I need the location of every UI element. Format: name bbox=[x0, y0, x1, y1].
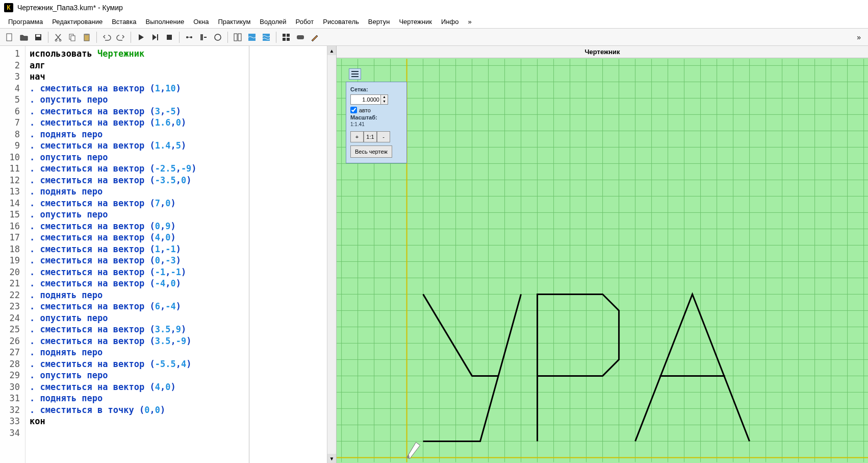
menu-выполнение[interactable]: Выполнение bbox=[141, 16, 188, 27]
grid-value-input[interactable] bbox=[350, 94, 381, 105]
svg-rect-20 bbox=[287, 34, 290, 37]
zoom-reset-button[interactable]: 1:1 bbox=[364, 131, 377, 142]
menu-программа[interactable]: Программа bbox=[4, 16, 47, 27]
menu-вертун[interactable]: Вертун bbox=[364, 16, 394, 27]
brush-icon[interactable] bbox=[308, 31, 321, 44]
menu-водолей[interactable]: Водолей bbox=[256, 16, 290, 27]
scroll-up-icon[interactable]: ▲ bbox=[327, 46, 336, 55]
run-icon[interactable] bbox=[134, 31, 147, 44]
svg-rect-10 bbox=[167, 35, 172, 40]
drawing-canvas[interactable]: Сетка: ▲▼ авто Масштаб: 1:1.41 + 1:1 - bbox=[337, 58, 868, 463]
svg-point-14 bbox=[215, 34, 221, 40]
menubar: ПрограммаРедактированиеВставкаВыполнение… bbox=[0, 15, 868, 29]
hamburger-icon[interactable] bbox=[349, 68, 361, 80]
separator bbox=[179, 32, 180, 43]
separator bbox=[96, 32, 97, 43]
auto-label: авто bbox=[359, 107, 371, 113]
scale-value: 1:1.41 bbox=[350, 121, 402, 127]
scroll-down-icon[interactable]: ▼ bbox=[327, 454, 336, 463]
canvas-controls: Сетка: ▲▼ авто Масштаб: 1:1.41 + 1:1 - bbox=[346, 82, 407, 163]
grid-icon[interactable] bbox=[279, 31, 293, 44]
svg-rect-21 bbox=[283, 38, 286, 41]
svg-rect-15 bbox=[234, 34, 237, 41]
menu-редактирование[interactable]: Редактирование bbox=[48, 16, 107, 27]
menu-инфо[interactable]: Инфо bbox=[437, 16, 463, 27]
stop-icon[interactable] bbox=[163, 31, 176, 44]
menu-чертежник[interactable]: Чертежник bbox=[395, 16, 436, 27]
scale-label: Масштаб: bbox=[350, 114, 402, 120]
spinner-arrows[interactable]: ▲▼ bbox=[381, 94, 388, 105]
water-icon-1[interactable] bbox=[245, 31, 259, 44]
cut-icon[interactable] bbox=[52, 31, 65, 44]
menu-практикум[interactable]: Практикум bbox=[214, 16, 254, 27]
margin-line bbox=[249, 46, 249, 463]
separator bbox=[227, 32, 228, 43]
new-file-icon[interactable] bbox=[3, 31, 16, 44]
water-icon-2[interactable] bbox=[260, 31, 273, 44]
svg-rect-2 bbox=[36, 35, 40, 37]
svg-rect-19 bbox=[283, 34, 286, 37]
code-editor[interactable]: 1234567891011121314151617181920212223242… bbox=[0, 46, 337, 463]
menu-окна[interactable]: Окна bbox=[189, 16, 213, 27]
line-gutter: 1234567891011121314151617181920212223242… bbox=[0, 46, 25, 463]
paste-icon[interactable] bbox=[80, 31, 93, 44]
step-icon[interactable] bbox=[148, 31, 162, 44]
redo-icon[interactable] bbox=[114, 31, 127, 44]
save-file-icon[interactable] bbox=[32, 31, 45, 44]
svg-rect-9 bbox=[157, 34, 158, 40]
copy-icon[interactable] bbox=[66, 31, 79, 44]
menu-вставка[interactable]: Вставка bbox=[108, 16, 140, 27]
zoom-out-button[interactable]: - bbox=[377, 131, 390, 142]
app-icon: К bbox=[4, 3, 13, 12]
tool-icon-2[interactable] bbox=[197, 31, 210, 44]
svg-rect-13 bbox=[200, 34, 203, 40]
menu-»[interactable]: » bbox=[464, 16, 475, 27]
code-area[interactable]: использовать Чертежникалгнач. сместиться… bbox=[25, 46, 327, 463]
grid-label: Сетка: bbox=[350, 86, 402, 92]
scrollbar[interactable]: ▲ ▼ bbox=[327, 46, 336, 463]
canvas-title: Чертежник bbox=[337, 46, 868, 58]
grid-drawing bbox=[337, 58, 868, 463]
svg-rect-22 bbox=[287, 38, 290, 41]
svg-rect-23 bbox=[297, 35, 304, 39]
menu-робот[interactable]: Робот bbox=[292, 16, 318, 27]
toolbar-overflow[interactable]: » bbox=[853, 33, 865, 41]
tool-icon-3[interactable] bbox=[211, 31, 224, 44]
layout-icon-1[interactable] bbox=[231, 31, 244, 44]
fit-all-button[interactable]: Весь чертеж bbox=[350, 145, 392, 158]
zoom-in-button[interactable]: + bbox=[350, 131, 364, 142]
separator bbox=[276, 32, 276, 43]
open-file-icon[interactable] bbox=[17, 31, 31, 44]
svg-rect-16 bbox=[238, 34, 241, 41]
svg-rect-6 bbox=[71, 36, 75, 41]
separator bbox=[48, 32, 48, 43]
svg-rect-18 bbox=[263, 34, 270, 41]
titlebar: К Чертежник_Папа3.kum* - Кумир bbox=[0, 0, 868, 15]
controller-icon[interactable] bbox=[294, 31, 307, 44]
svg-rect-8 bbox=[85, 34, 88, 35]
svg-rect-0 bbox=[7, 34, 12, 41]
separator bbox=[131, 32, 131, 43]
tool-icon-1[interactable] bbox=[183, 31, 196, 44]
menu-рисователь[interactable]: Рисователь bbox=[319, 16, 363, 27]
canvas-panel: Чертежник Сетка: ▲▼ авто Масштаб bbox=[337, 46, 868, 463]
window-title: Чертежник_Папа3.kum* - Кумир bbox=[17, 4, 123, 12]
undo-icon[interactable] bbox=[100, 31, 113, 44]
auto-checkbox[interactable] bbox=[350, 107, 357, 113]
toolbar: » bbox=[0, 29, 868, 46]
